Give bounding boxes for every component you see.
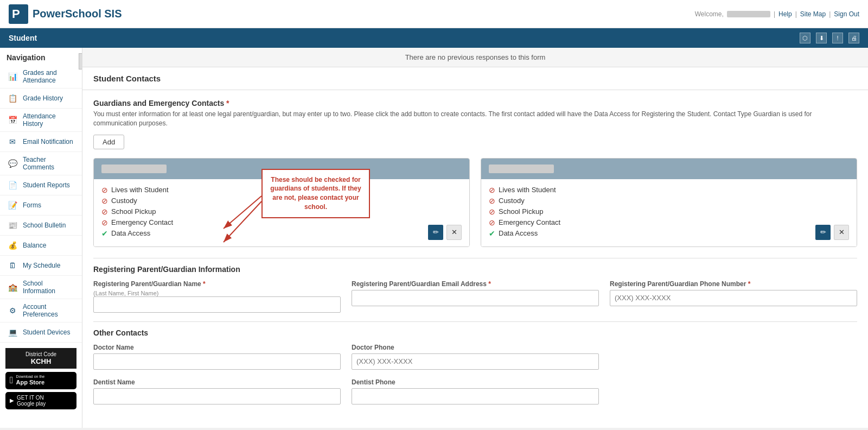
signout-link[interactable]: Sign Out (834, 10, 859, 18)
google-play-button[interactable]: ▶ GET IT ON Google play (5, 392, 76, 409)
dentist-name-group: Dentist Name (93, 378, 341, 404)
contact-card-2: ⊘ Lives with Student ⊘ Custody ⊘ School … (481, 158, 857, 247)
reg-email-group: Registering Parent/Guardian Email Addres… (352, 280, 599, 313)
sidebar-item-label: Attendance History (23, 112, 75, 128)
reg-section-title: Registering Parent/Guardian Information (93, 258, 857, 274)
sidebar-item-account-preferences[interactable]: ⚙ Account Preferences (0, 299, 82, 322)
contact-card-2-header (481, 159, 857, 179)
student-devices-icon: 💻 (7, 326, 18, 338)
top-bar: Student ⬡ ⬇ ! 🖨 (0, 28, 868, 48)
doctor-name-input[interactable] (93, 353, 341, 370)
sidebar-item-my-schedule[interactable]: 🗓 My Schedule (0, 256, 82, 276)
denied-icon: ⊘ (489, 186, 495, 194)
app-store-main: App Store (16, 379, 45, 386)
logo: P PowerSchool SIS (9, 4, 122, 24)
required-star: * (488, 280, 491, 288)
reg-phone-label: Registering Parent/Guardian Phone Number… (610, 280, 857, 288)
add-contact-button[interactable]: Add (93, 135, 124, 149)
expand-icon[interactable]: ⬡ (800, 33, 810, 43)
google-play-main: Google play (17, 401, 46, 407)
contact-card-2-body: ⊘ Lives with Student ⊘ Custody ⊘ School … (481, 179, 857, 246)
attendance-history-icon: 📅 (7, 114, 18, 126)
guardians-description: You must enter information for at least … (93, 110, 857, 128)
sidebar-item-label: Balance (23, 242, 46, 249)
sidebar-item-label: Student Devices (23, 328, 70, 336)
doctor-phone-label: Doctor Phone (352, 344, 599, 351)
school-information-icon: 🏫 (7, 281, 18, 293)
contact-field-emergency-2: ⊘ Emergency Contact (489, 218, 849, 227)
reg-phone-group: Registering Parent/Guardian Phone Number… (610, 280, 857, 313)
sidebar-item-student-reports[interactable]: 📄 Student Reports (0, 175, 82, 195)
welcome-text: Welcome, (695, 10, 724, 18)
alert-icon[interactable]: ! (832, 33, 843, 43)
dentist-row: Dentist Name Dentist Phone (93, 378, 857, 404)
sidebar-item-school-bulletin[interactable]: 📰 School Bulletin (0, 216, 82, 236)
google-play-sub: GET IT ON (17, 395, 46, 401)
contact-field-emergency-1: ⊘ Emergency Contact (101, 218, 462, 227)
sidebar-item-student-devices[interactable]: 💻 Student Devices (0, 322, 82, 343)
contact-field-dataaccess-1: ✔ Data Access (101, 229, 462, 238)
contact-name-blur-2 (489, 165, 554, 173)
sitemap-link[interactable]: Site Map (800, 10, 826, 18)
student-reports-icon: 📄 (7, 179, 18, 191)
print-icon[interactable]: 🖨 (848, 33, 859, 43)
reg-form-row: Registering Parent/Guardian Name * (Last… (93, 280, 857, 313)
denied-icon: ⊘ (101, 218, 108, 227)
sidebar-toggle[interactable]: ‹ (79, 53, 82, 69)
sidebar-item-email-notification[interactable]: ✉ Email Notification (0, 132, 82, 152)
account-preferences-icon: ⚙ (7, 305, 18, 317)
district-code-value: KCHH (9, 357, 73, 365)
doctor-row: Doctor Name Doctor Phone (93, 344, 857, 370)
svg-text:P: P (12, 7, 20, 21)
sidebar-item-balance[interactable]: 💰 Balance (0, 236, 82, 256)
sidebar-item-grades-attendance[interactable]: 📊 Grades and Attendance (0, 65, 82, 88)
grade-history-icon: 📋 (7, 92, 18, 104)
denied-icon: ⊘ (101, 197, 108, 205)
doctor-phone-group: Doctor Phone (352, 344, 599, 370)
contacts-grid: These should be checked for guardians of… (93, 158, 857, 247)
sidebar-item-label: Grades and Attendance (23, 69, 75, 84)
username-blur (727, 11, 770, 17)
reg-name-input[interactable] (93, 296, 341, 313)
reg-name-label: Registering Parent/Guardian Name * (93, 280, 341, 288)
sidebar-item-label: School Bulletin (23, 222, 66, 229)
header: P PowerSchool SIS Welcome, | Help | Site… (0, 0, 868, 28)
dentist-phone-input[interactable] (352, 388, 599, 404)
contact-1-delete-button[interactable]: ✕ (446, 225, 462, 240)
help-link[interactable]: Help (778, 10, 792, 18)
apple-icon:  (10, 375, 14, 386)
forms-icon: 📝 (7, 199, 18, 211)
contact-2-edit-button[interactable]: ✏ (815, 225, 831, 240)
reg-phone-input[interactable] (610, 290, 857, 306)
download-icon[interactable]: ⬇ (816, 33, 827, 43)
district-label: District Code (9, 351, 73, 357)
dentist-phone-label: Dentist Phone (352, 378, 599, 386)
app-store-sub: Download on the (16, 375, 45, 379)
required-star: * (203, 280, 206, 288)
sidebar-item-school-information[interactable]: 🏫 School Information (0, 276, 82, 299)
denied-icon: ⊘ (489, 218, 495, 227)
tooltip-popup: These should be checked for guardians of… (261, 169, 370, 218)
dentist-name-input[interactable] (93, 388, 341, 404)
sidebar-item-grade-history[interactable]: 📋 Grade History (0, 88, 82, 109)
contact-field-lives-2: ⊘ Lives with Student (489, 186, 849, 194)
teacher-comments-icon: 💬 (7, 157, 18, 169)
doctor-name-group: Doctor Name (93, 344, 341, 370)
sidebar-item-label: Student Reports (23, 181, 70, 189)
top-bar-icons: ⬡ ⬇ ! 🖨 (800, 33, 859, 43)
top-bar-title: Student (9, 34, 37, 42)
sidebar-item-forms[interactable]: 📝 Forms (0, 195, 82, 216)
doctor-phone-input[interactable] (352, 353, 599, 370)
main-content: There are no previous responses to this … (82, 48, 868, 428)
dentist-name-label: Dentist Name (93, 378, 341, 386)
contact-2-delete-button[interactable]: ✕ (834, 225, 849, 240)
reg-email-input[interactable] (352, 290, 599, 306)
contact-field-pickup-2: ⊘ School Pickup (489, 207, 849, 216)
app-store-button[interactable]:  Download on the App Store (5, 372, 76, 389)
sidebar-item-teacher-comments[interactable]: 💬 Teacher Comments (0, 152, 82, 175)
sidebar-item-attendance-history[interactable]: 📅 Attendance History (0, 109, 82, 132)
contact-1-edit-button[interactable]: ✏ (428, 225, 443, 240)
balance-icon: 💰 (7, 239, 18, 251)
sidebar-item-label: Email Notification (23, 138, 73, 146)
doctor-name-label: Doctor Name (93, 344, 341, 351)
